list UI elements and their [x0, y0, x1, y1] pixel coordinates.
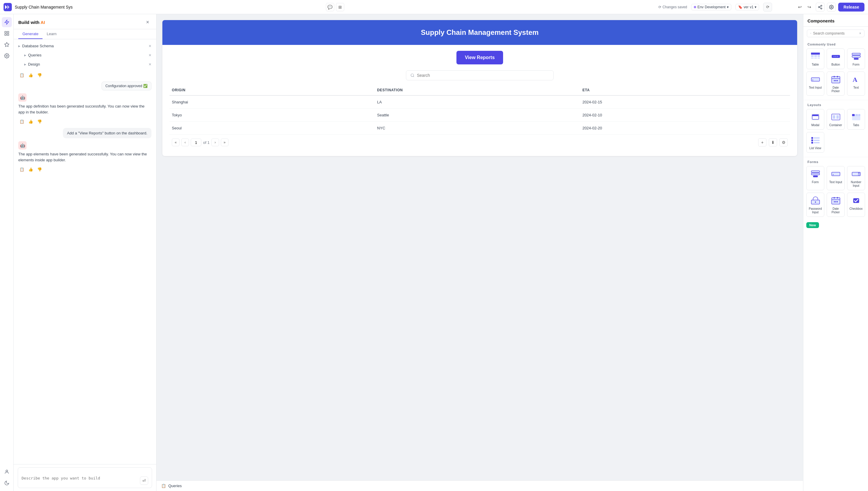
tree-item-queries[interactable]: ▶ Queries ✕ — [24, 52, 151, 58]
first-page-button[interactable]: « — [172, 139, 180, 146]
component-table[interactable]: Table — [806, 49, 824, 69]
share-button[interactable] — [816, 3, 825, 11]
svg-rect-20 — [811, 55, 814, 57]
env-dot — [694, 6, 696, 8]
svg-rect-73 — [834, 197, 835, 199]
settings-table-button[interactable]: ⚙ — [779, 138, 788, 147]
redo-button[interactable]: ↪ — [805, 3, 813, 11]
download-button[interactable]: ⬇ — [769, 138, 777, 147]
component-tabs[interactable]: Tabs — [847, 109, 865, 130]
sidebar-item-ai[interactable] — [2, 17, 12, 27]
forms-grid: Form Text Input Number Input — [803, 165, 868, 221]
text-component-icon: A — [851, 74, 862, 85]
svg-rect-71 — [832, 198, 840, 204]
config-approved-badge: Configuration approved ✅ — [101, 82, 151, 90]
date-picker-component-icon — [831, 74, 841, 85]
release-button[interactable]: Release — [838, 3, 864, 11]
prev-page-button[interactable]: ‹ — [181, 139, 189, 146]
sidebar-item-user[interactable] — [2, 467, 12, 477]
component-text[interactable]: A Text — [847, 71, 865, 96]
component-number-input[interactable]: Number Input — [847, 166, 865, 190]
tree-item-design[interactable]: ▶ Design ✕ — [24, 61, 151, 67]
last-page-button[interactable]: » — [221, 139, 228, 146]
settings-button[interactable] — [827, 3, 836, 11]
col-header-destination: DESTINATION — [377, 88, 582, 92]
table-cell: LA — [377, 100, 582, 104]
component-date-picker2[interactable]: Date Picker — [827, 193, 845, 217]
col-header-eta: ETA — [583, 88, 788, 92]
svg-rect-50 — [852, 116, 860, 120]
layout-icon[interactable]: ⊞ — [336, 3, 344, 11]
component-text-input2[interactable]: Text Input — [827, 166, 845, 190]
tab-learn[interactable]: Learn — [42, 29, 61, 39]
page-of-label: of 1 — [203, 140, 210, 145]
undo-button[interactable]: ↩ — [796, 3, 804, 11]
thumbs-down-button-2[interactable]: 👎 — [36, 118, 43, 125]
table-cell: Shanghai — [172, 100, 377, 104]
thumbs-up-button-2[interactable]: 👍 — [27, 118, 34, 125]
next-page-button[interactable]: › — [211, 139, 219, 146]
copy-button-2[interactable]: 📋 — [18, 118, 25, 125]
sidebar-item-pages[interactable] — [2, 28, 12, 38]
thumbs-up-button-1[interactable]: 👍 — [27, 71, 34, 79]
ai-message-block-2: 🤖 The app elements have been generated s… — [18, 141, 151, 173]
ai-chat-input[interactable] — [22, 476, 140, 485]
svg-rect-25 — [817, 57, 820, 59]
page-number-input[interactable] — [191, 139, 202, 146]
tab-generate[interactable]: Generate — [18, 29, 42, 39]
ai-bot-icon-2: 🤖 — [18, 141, 27, 149]
svg-line-16 — [413, 76, 414, 77]
svg-point-2 — [821, 5, 822, 6]
svg-rect-63 — [832, 172, 840, 176]
ver-label: ver — [744, 5, 749, 9]
right-panel: Components × Commonly Used Table Button — [803, 14, 868, 491]
tree-item-database-schema[interactable]: ▶ Database Schema ✕ — [18, 43, 151, 49]
component-list-view[interactable]: List View — [806, 132, 824, 153]
close-database-schema-icon[interactable]: ✕ — [149, 44, 151, 48]
button-component-icon — [831, 51, 841, 62]
text-input-component-label: Text Input — [809, 86, 822, 89]
component-container[interactable]: Container — [827, 109, 845, 130]
component-modal[interactable]: Modal — [806, 109, 824, 130]
component-text-input[interactable]: Text Input — [806, 71, 824, 96]
sidebar-item-components[interactable] — [2, 39, 12, 50]
thumbs-up-button-3[interactable]: 👍 — [27, 166, 34, 173]
comment-icon[interactable]: 💬 — [326, 3, 334, 11]
canvas: Supply Chain Management System View Repo… — [156, 14, 803, 480]
close-design-icon[interactable]: ✕ — [149, 62, 151, 66]
svg-rect-56 — [811, 139, 813, 141]
env-label: Env — [698, 5, 704, 9]
sync-button[interactable]: ⟳ — [763, 3, 772, 11]
search-components-input[interactable] — [813, 31, 857, 35]
component-form2[interactable]: Form — [806, 166, 824, 190]
component-form[interactable]: Form — [847, 49, 865, 69]
form-component-label: Form — [852, 63, 860, 66]
svg-rect-60 — [811, 171, 819, 173]
svg-line-6 — [819, 6, 821, 7]
sidebar-item-moon[interactable] — [2, 478, 12, 488]
ai-actions-group3: 📋 👍 👎 — [18, 166, 151, 173]
search-input[interactable] — [417, 73, 549, 78]
queries-icon: 📋 — [161, 484, 166, 488]
ai-panel-close-button[interactable]: × — [144, 18, 151, 26]
thumbs-down-button-3[interactable]: 👎 — [36, 166, 43, 173]
component-checkbox[interactable]: Checkbox — [847, 193, 865, 217]
env-selector[interactable]: Env Development ▾ — [691, 4, 731, 10]
svg-marker-8 — [5, 20, 9, 25]
sidebar-item-settings[interactable] — [2, 51, 12, 61]
ai-send-button[interactable]: ⏎ — [140, 476, 148, 485]
component-date-picker[interactable]: Date Picker — [827, 71, 845, 96]
ai-bot-icon-1: 🤖 — [18, 93, 27, 102]
thumbs-down-button-1[interactable]: 👎 — [36, 71, 43, 79]
close-queries-icon[interactable]: ✕ — [149, 53, 151, 57]
component-password-input[interactable]: Password Input — [806, 193, 824, 217]
component-button[interactable]: Button — [827, 49, 845, 69]
version-selector[interactable]: 🔖 ver v1 ▾ — [736, 4, 759, 10]
copy-button-3[interactable]: 📋 — [18, 166, 25, 173]
ai-message-block-1: 🤖 The app definition has been generated … — [18, 93, 151, 125]
view-reports-button[interactable]: View Reports — [457, 51, 503, 64]
svg-line-5 — [819, 7, 821, 8]
search-components-close-icon[interactable]: × — [859, 31, 861, 35]
add-row-button[interactable]: + — [758, 138, 767, 147]
copy-button-1[interactable]: 📋 — [18, 71, 25, 79]
